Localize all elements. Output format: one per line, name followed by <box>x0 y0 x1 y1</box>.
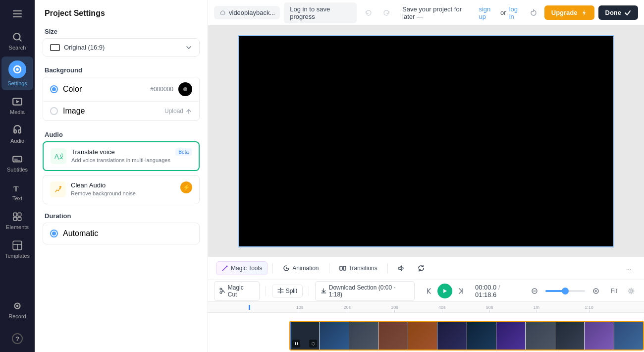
download-section-button[interactable]: Download Section (0:00 - 1:18) <box>315 281 415 301</box>
main-area: videoplayback... Log in to save progress… <box>208 0 644 352</box>
ruler-mark-30s: 30s <box>391 305 398 312</box>
transitions-label: Transitions <box>349 265 377 272</box>
playhead <box>290 321 291 350</box>
track-thumb-2 <box>320 322 348 350</box>
project-tab[interactable]: videoplayback... <box>214 6 280 19</box>
ruler-mark-110: 1:10 <box>585 305 593 312</box>
save-prompt: Save your project for later — sign up or… <box>402 5 523 20</box>
ruler-mark-50s: 50s <box>486 305 493 312</box>
upgrade-button[interactable]: Upgrade <box>544 5 594 20</box>
undo-button[interactable] <box>361 5 376 21</box>
zoom-controls: Fit <box>527 283 638 299</box>
svg-rect-51 <box>295 342 296 345</box>
timeline-track[interactable]: ⬡ <box>289 321 644 351</box>
volume-icon <box>398 265 405 272</box>
size-dropdown[interactable]: Original (16:9) <box>43 39 199 56</box>
upload-button[interactable]: Upload <box>164 108 192 115</box>
color-radio[interactable] <box>50 85 58 93</box>
image-option-row[interactable]: Image Upload <box>43 102 199 120</box>
image-radio[interactable] <box>50 107 58 115</box>
timeline: Magic Cut Split Download Section (0:00 - <box>208 280 644 352</box>
svg-rect-2 <box>13 16 22 17</box>
color-label: Color <box>63 85 82 94</box>
more-options-button[interactable]: ... <box>621 262 636 275</box>
svg-point-29 <box>226 266 228 267</box>
fit-button[interactable]: Fit <box>607 286 621 296</box>
zoom-out-button[interactable] <box>527 283 542 299</box>
sidebar-item-audio[interactable]: Audio <box>1 121 33 148</box>
sidebar-item-settings[interactable]: Settings <box>1 57 33 90</box>
loop-button[interactable] <box>413 262 429 275</box>
magic-cut-button[interactable]: Magic Cut <box>214 281 260 301</box>
split-button[interactable]: Split <box>272 285 303 297</box>
color-option-row[interactable]: Color #000000 <box>43 77 199 102</box>
clean-audio-upgrade-badge[interactable]: ⚡ <box>180 181 192 193</box>
skip-back-button[interactable] <box>423 285 435 297</box>
timeline-separator-2 <box>309 286 309 296</box>
svg-marker-43 <box>443 289 447 293</box>
color-picker-btn[interactable] <box>178 82 192 96</box>
size-value: Original (16:9) <box>64 44 105 51</box>
track-thumb-1: ⬡ <box>290 322 319 350</box>
automatic-radio[interactable] <box>50 230 58 237</box>
done-label: Done <box>605 9 622 16</box>
svg-rect-30 <box>340 266 342 270</box>
more-label: ... <box>626 265 631 272</box>
svg-point-35 <box>220 292 222 293</box>
animation-button[interactable]: Animation <box>278 262 323 275</box>
size-icon <box>50 44 60 51</box>
sidebar-item-label: Record <box>8 313 26 319</box>
total-time: 01:18.6 <box>475 291 496 298</box>
sidebar-item-templates[interactable]: Templates <box>1 236 33 263</box>
canvas-preview <box>238 35 614 247</box>
translate-voice-card[interactable]: A 文 Translate voice Add voice translatio… <box>43 141 200 171</box>
sidebar-item-subtitles[interactable]: Subtitles <box>1 150 33 176</box>
sidebar-item-help[interactable]: ? <box>1 329 33 348</box>
track-thumb-8 <box>496 322 525 350</box>
svg-point-34 <box>220 288 222 290</box>
track-thumb-4 <box>378 322 407 350</box>
download-section-label: Download Section (0:00 - 1:18) <box>329 284 409 298</box>
track-thumb-10 <box>555 322 584 350</box>
sidebar-item-media[interactable]: Media <box>1 92 33 119</box>
scissors-icon <box>219 288 226 294</box>
zoom-slider[interactable] <box>545 290 585 292</box>
clean-audio-desc: Remove background noise <box>71 190 175 197</box>
magic-wand-icon <box>221 265 228 272</box>
svg-point-26 <box>59 186 61 188</box>
volume-button[interactable] <box>393 262 410 275</box>
sidebar-item-label: Elements <box>6 224 29 230</box>
sign-up-link[interactable]: sign up <box>479 5 497 20</box>
svg-rect-1 <box>13 13 22 14</box>
sidebar-item-record[interactable]: Record <box>1 296 33 323</box>
sidebar-item-elements[interactable]: Elements <box>1 207 33 234</box>
sidebar-item-text[interactable]: T Text <box>1 178 33 205</box>
size-selector-group[interactable]: Original (16:9) <box>43 38 200 57</box>
timeline-track-area[interactable]: ⬡ <box>208 313 644 352</box>
ruler-mark-1m: 1m <box>534 305 540 312</box>
zoom-in-button[interactable] <box>588 283 604 299</box>
magic-tools-button[interactable]: Magic Tools <box>216 261 268 275</box>
animation-label: Animation <box>292 265 319 272</box>
menu-button[interactable] <box>7 4 27 24</box>
current-time: 00:00.0 <box>475 284 496 291</box>
clean-audio-card[interactable]: Clean Audio Remove background noise ⚡ <box>43 175 200 204</box>
svg-point-22 <box>183 87 187 91</box>
svg-rect-13 <box>13 213 17 216</box>
refresh-button[interactable] <box>527 5 540 20</box>
timeline-controls: Magic Cut Split Download Section (0:00 - <box>208 280 644 302</box>
duration-option[interactable]: Automatic <box>43 223 200 244</box>
play-button[interactable] <box>437 284 452 298</box>
magic-cut-label: Magic Cut <box>228 284 254 298</box>
sidebar-item-search[interactable]: Search <box>1 28 33 55</box>
animation-icon <box>283 265 290 272</box>
done-button[interactable]: Done <box>598 5 639 20</box>
login-prompt[interactable]: Log in to save progress <box>284 2 357 23</box>
settings-panel: Project Settings Size Original (16:9) Ba… <box>35 0 208 352</box>
redo-button[interactable] <box>378 5 394 21</box>
transitions-button[interactable]: Transitions <box>334 262 382 275</box>
track-thumb-3 <box>349 322 378 350</box>
skip-forward-button[interactable] <box>454 285 467 297</box>
log-in-link[interactable]: log in <box>509 5 523 20</box>
timeline-settings-button[interactable] <box>624 284 638 298</box>
